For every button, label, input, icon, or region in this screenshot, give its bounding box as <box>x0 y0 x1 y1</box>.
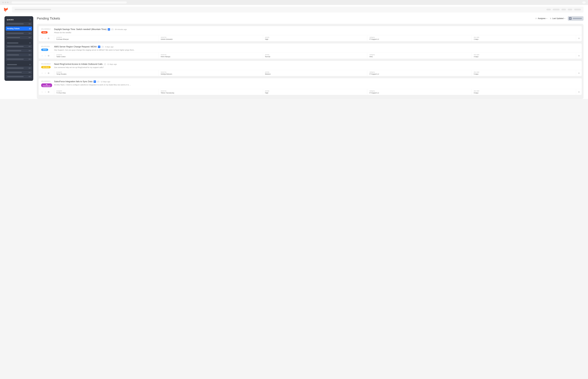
maximize-window-icon[interactable] <box>7 2 8 3</box>
meta-category: category IT Support L2 <box>367 35 471 41</box>
placeholder-bar <box>7 33 24 34</box>
sidebar-item[interactable] <box>6 32 32 35</box>
meta-raised-by: raised by Ashish Asharaful <box>158 35 263 41</box>
group-by-dropdown[interactable]: Assignee ▾ <box>535 17 547 19</box>
sidebar-item[interactable] <box>6 53 32 57</box>
placeholder-count <box>29 37 31 38</box>
sort-by-label: Last Updated <box>552 17 564 19</box>
nav-chip <box>561 9 566 10</box>
browser-chip-icon <box>582 1 586 3</box>
app-logo-icon[interactable] <box>3 7 8 12</box>
meta-assignee: assignee Furmaan Bharyar <box>54 35 158 41</box>
ticket-card[interactable]: #SL0005921 IN PROGRESS SalesForce Integr… <box>38 78 582 95</box>
close-window-icon[interactable] <box>2 2 4 3</box>
chevron-down-icon: ▾ <box>564 18 565 19</box>
ticket-title: SalesForce Integration fails to Sync Dat… <box>54 80 93 83</box>
ticket-left: #SL0005921 IN PROGRESS <box>41 80 52 87</box>
meta-label: due date <box>474 90 574 92</box>
avatar-icon[interactable] <box>48 72 49 74</box>
placeholder-bar <box>7 37 20 38</box>
meta-value: 5 days <box>474 73 574 75</box>
sidebar-item[interactable] <box>6 36 32 39</box>
meta-due-date: due date 4 days <box>472 53 576 59</box>
sidebar-item[interactable] <box>6 22 32 26</box>
ticket-right: AWS Server Region Change Request: MENA (… <box>54 46 579 51</box>
ticket-meta: ☆ ☆ assignee Furmaan Bharyar raised by A… <box>39 35 582 41</box>
meta-label: due date <box>474 36 574 38</box>
sort-by-dropdown[interactable]: Last Updated ▾ <box>550 17 565 19</box>
ticket-more[interactable] <box>576 70 582 76</box>
ticket-id: #SL0005921 <box>41 80 50 82</box>
meta-priority: priority Normal <box>263 53 367 59</box>
status-badge: ON HOLD <box>41 66 51 68</box>
main-content: Pending Tickets Assignee ▾ <box>37 14 584 99</box>
meta-category: category IT Support L2 <box>367 70 471 76</box>
avatar-icon[interactable] <box>48 91 49 93</box>
ticket-title-row: AWS Server Region Change Request: MENA (… <box>54 46 579 48</box>
meta-raised-by: raised by Tikhon Yaroslavsky <box>158 89 263 95</box>
star-outline-icon[interactable]: ☆ <box>41 91 43 93</box>
more-icon <box>578 72 580 74</box>
tickets-panel: #SL0005812 NEW Daylight Savings Time: Sw… <box>37 24 584 99</box>
browser-chrome <box>0 0 588 5</box>
meta-assignee: assignee Yi Chun-Hwa <box>54 89 158 95</box>
view-switch-button[interactable] <box>568 16 584 21</box>
mail-icon <box>98 46 100 48</box>
star-outline-icon[interactable]: ☆ <box>41 37 43 40</box>
ticket-card[interactable]: #SL0024818 ON HOLD Need RingCentral Acce… <box>38 61 582 76</box>
placeholder-count <box>29 50 31 51</box>
meta-category: category IT Support L2 <box>367 89 471 95</box>
mail-icon <box>108 28 110 31</box>
ticket-more[interactable] <box>576 35 582 41</box>
sidebar-item[interactable] <box>6 45 32 48</box>
collapse-icon[interactable] <box>30 19 31 20</box>
star-outline-icon[interactable]: ☆ <box>41 54 43 57</box>
star-outline-icon[interactable]: ☆ <box>45 91 46 93</box>
meta-label: raised by <box>161 36 261 38</box>
avatar-icon[interactable] <box>48 55 49 57</box>
swap-icon <box>535 18 537 19</box>
sidebar-item[interactable] <box>6 75 32 78</box>
reply-count: (2) <box>104 63 106 65</box>
nav-chip <box>553 9 559 10</box>
minimize-window-icon[interactable] <box>5 2 6 3</box>
more-icon <box>578 55 580 56</box>
sidebar-item[interactable] <box>6 58 32 61</box>
ticket-top: #SL0024818 ON HOLD Need RingCentral Acce… <box>39 61 582 70</box>
meta-label: assignee <box>56 71 156 73</box>
meta-value: 4 days <box>474 56 574 58</box>
collapse-icon[interactable] <box>29 42 31 44</box>
collapse-icon[interactable] <box>29 64 31 65</box>
star-outline-icon[interactable]: ☆ <box>45 72 46 75</box>
placeholder-bar <box>7 64 17 65</box>
sidebar-item[interactable] <box>6 49 32 52</box>
url-bar[interactable] <box>12 1 127 3</box>
top-bar <box>0 5 588 14</box>
placeholder-bar <box>573 18 582 19</box>
sidebar-item[interactable] <box>6 66 32 70</box>
ticket-preview: Hey Support, Can you guys change the sta… <box>54 49 579 51</box>
ticket-preview: Can someone help set me up RingCentral f… <box>54 66 579 68</box>
ticket-more[interactable] <box>576 89 582 95</box>
placeholder-bar <box>7 46 24 47</box>
ticket-card[interactable]: #SL001524 OPEN AWS Server Region Change … <box>38 43 582 59</box>
star-outline-icon[interactable]: ☆ <box>41 72 43 75</box>
sidebar-item[interactable] <box>6 71 32 74</box>
placeholder-bar <box>7 72 22 73</box>
placeholder-bar <box>7 68 24 69</box>
avatar-icon[interactable] <box>48 37 49 39</box>
star-outline-icon[interactable]: ☆ <box>45 37 46 40</box>
ticket-title-row: Need RingCentral Access to Initiate Outb… <box>54 63 579 65</box>
sidebar-group-heading <box>6 62 32 66</box>
ticket-card[interactable]: #SL0005812 NEW Daylight Savings Time: Sw… <box>38 26 582 41</box>
ticket-actions: ☆ ☆ <box>39 53 54 59</box>
ticket-more[interactable] <box>576 53 582 59</box>
app-body: QUEUES Pending Tickets 12 <box>0 5 588 99</box>
sidebar-item-pending-tickets[interactable]: Pending Tickets 12 <box>6 27 32 31</box>
star-outline-icon[interactable]: ☆ <box>45 54 46 57</box>
top-nav-placeholder <box>12 7 584 13</box>
placeholder-bar <box>7 43 18 44</box>
meta-label: due date <box>474 71 574 73</box>
status-badge: IN PROGRESS <box>41 83 52 87</box>
ticket-meta: ☆ ☆ assignee Yi Chun-Hwa raised by Tikho… <box>39 89 582 95</box>
